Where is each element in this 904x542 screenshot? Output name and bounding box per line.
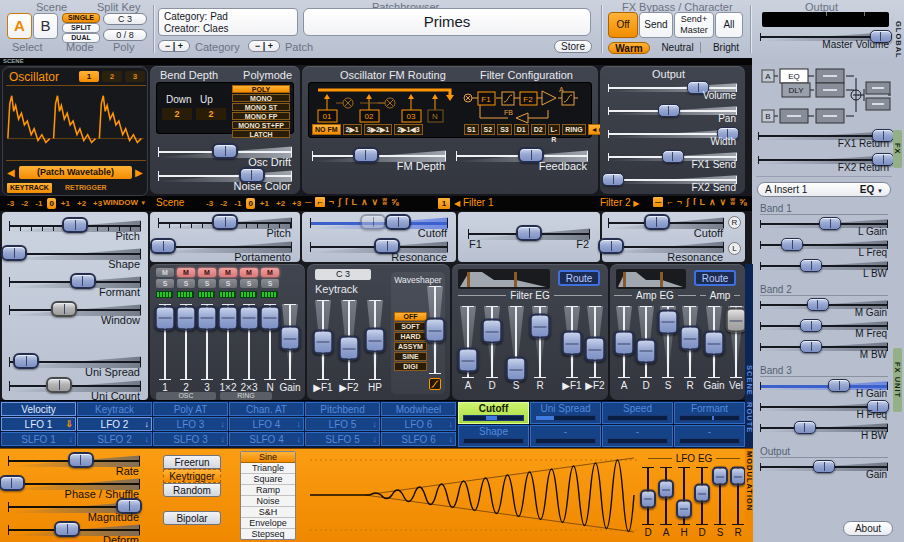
mute-noise-button[interactable]: M bbox=[261, 268, 279, 277]
mod-target-cutoff[interactable]: Cutoff bbox=[458, 402, 529, 424]
solo-osc2-button[interactable]: S bbox=[177, 279, 195, 288]
category-prev-next-buttons[interactable]: − | + bbox=[158, 40, 190, 52]
eq-output-gain-slider[interactable]: Gain bbox=[760, 459, 888, 479]
aeg-release-slider[interactable]: R bbox=[678, 306, 702, 378]
osc-tab-1[interactable]: 1 bbox=[79, 71, 99, 82]
filter1-type-icons[interactable]: ─⌐¬ʃſL∧∨ʬ⅝ bbox=[305, 197, 398, 207]
character-warm[interactable]: Warm bbox=[608, 42, 650, 54]
fx-bypass-all[interactable]: All bbox=[715, 12, 743, 38]
fcfg-s1-button[interactable]: S1 bbox=[464, 124, 479, 135]
mod-source-lfo3[interactable]: LFO 3↓ bbox=[153, 417, 228, 431]
band1-lbw-slider[interactable]: L BW bbox=[760, 258, 888, 278]
fx2-send-slider[interactable]: FX2 Send bbox=[608, 172, 737, 192]
polymode-mono-st[interactable]: MONO ST bbox=[232, 103, 290, 111]
shape-slider[interactable]: Shape bbox=[9, 244, 141, 270]
mode-single-button[interactable]: SINGLE bbox=[62, 13, 100, 23]
osc-tab-3[interactable]: 3 bbox=[125, 71, 145, 82]
mod-target-empty[interactable]: - bbox=[602, 425, 673, 447]
osc-display-mode-dropdown[interactable]: WINDOW ▼ bbox=[103, 198, 146, 207]
mod-source-slfo5[interactable]: SLFO 5↓ bbox=[305, 432, 380, 446]
solo-ring12-button[interactable]: S bbox=[219, 279, 237, 288]
lfo-bipolar-button[interactable]: Bipolar bbox=[163, 511, 221, 525]
band3-hgain-slider[interactable]: H Gain bbox=[760, 378, 888, 398]
fx-slot-selector[interactable]: A Insert 1EQ ▼ bbox=[757, 182, 891, 197]
fx-routing-diagram[interactable]: A EQ DLY B bbox=[760, 64, 892, 126]
master-volume-slider[interactable]: Master Volume bbox=[760, 29, 890, 49]
uni-count-slider[interactable]: Uni Count bbox=[9, 376, 141, 402]
lfo-shape-sh[interactable]: S&H bbox=[241, 507, 295, 518]
lfo-shape-ramp[interactable]: Ramp bbox=[241, 485, 295, 496]
mod-target-empty[interactable]: - bbox=[530, 425, 601, 447]
patch-name-field[interactable]: Primes bbox=[303, 8, 591, 36]
mod-source-lfo4[interactable]: LFO 4↓ bbox=[229, 417, 304, 431]
fm-depth-slider[interactable]: FM Depth bbox=[312, 146, 446, 172]
band1-lgain-slider[interactable]: L Gain bbox=[760, 216, 888, 236]
mute-osc3-button[interactable]: M bbox=[198, 268, 216, 277]
bend-down-value[interactable]: 2 bbox=[162, 108, 192, 120]
lfo-shape-triangle[interactable]: Triangle bbox=[241, 463, 295, 474]
filter-eg-route-button[interactable]: Route bbox=[558, 270, 600, 286]
mod-source-lfo2[interactable]: LFO 2↓ bbox=[77, 417, 152, 431]
solo-noise-button[interactable]: S bbox=[261, 279, 279, 288]
feg-release-slider[interactable]: R bbox=[528, 306, 552, 378]
feg-decay-slider[interactable]: D bbox=[480, 306, 504, 378]
filter-config-diagram[interactable]: F1 F2 A FB bbox=[460, 84, 588, 124]
solo-osc3-button[interactable]: S bbox=[198, 279, 216, 288]
fx2-return-slider[interactable]: FX2 Return bbox=[758, 152, 890, 172]
mod-source-slfo1[interactable]: SLFO 1↓ bbox=[1, 432, 76, 446]
lfo-keytrigger-button[interactable]: Keytrigger bbox=[163, 469, 221, 483]
fm-nofm-button[interactable]: NO FM bbox=[312, 124, 341, 135]
filter1-label[interactable]: ◀ Filter 1 bbox=[454, 197, 494, 208]
band3-hbw-slider[interactable]: H BW bbox=[760, 420, 888, 440]
uni-spread-slider[interactable]: Uni Spread bbox=[9, 352, 141, 378]
mod-source-lfo5[interactable]: LFO 5↓ bbox=[305, 417, 380, 431]
lfo-shape-stepseq[interactable]: Stepseq bbox=[241, 529, 295, 540]
fm-routing-diagram[interactable]: 01 02 03 N bbox=[312, 84, 462, 124]
volume-slider[interactable]: Volume bbox=[608, 80, 737, 100]
patch-meta-box[interactable]: Category: Pad Creator: Claes bbox=[158, 8, 298, 36]
osc-tab-2[interactable]: 2 bbox=[102, 71, 122, 82]
filter-balance-slider[interactable]: F1F2 bbox=[468, 224, 590, 250]
polymode-mono-stfp[interactable]: MONO ST+FP bbox=[232, 121, 290, 129]
fx1-return-slider[interactable]: FX1 Return bbox=[758, 128, 890, 148]
polymode-latch[interactable]: LATCH bbox=[232, 130, 290, 138]
pitch-slider[interactable]: Pitch bbox=[9, 216, 141, 242]
fx-bypass-send-master[interactable]: Send+ Master bbox=[674, 12, 714, 38]
scene-octave-selector[interactable]: -3-2-10+1+2+3 bbox=[204, 198, 303, 209]
mixer-gain[interactable]: Gain bbox=[278, 304, 302, 380]
filter1-cutoff-slider[interactable]: Cutoff bbox=[310, 213, 448, 239]
mod-source-modwheel[interactable]: Modwheel bbox=[381, 402, 456, 416]
fx1-send-slider[interactable]: FX1 Send bbox=[608, 149, 737, 169]
mod-source-slfo6[interactable]: SLFO 6↓ bbox=[381, 432, 456, 446]
character-bright[interactable]: Bright bbox=[706, 42, 746, 53]
filter2-link-r-button[interactable]: R bbox=[728, 216, 741, 229]
keytrack-toggle[interactable]: KEYTRACK bbox=[7, 183, 52, 193]
waveshaper-curve-icon[interactable] bbox=[429, 378, 441, 390]
noise-color-slider[interactable]: Noise Color bbox=[158, 166, 292, 192]
mod-target-formant[interactable]: Formant bbox=[674, 402, 745, 424]
polymode-mono-fp[interactable]: MONO FP bbox=[232, 112, 290, 120]
pan-slider[interactable]: Pan bbox=[608, 103, 737, 123]
wavetable-prev-icon[interactable]: ◀ bbox=[7, 167, 15, 178]
formant-slider[interactable]: Formant bbox=[9, 272, 141, 298]
keytrack-f2-slider[interactable]: ▶F2 bbox=[337, 300, 361, 380]
amp-eg-route-button[interactable]: Route bbox=[694, 270, 736, 286]
aeg-sustain-slider[interactable]: S bbox=[656, 306, 680, 378]
lfo-deform-slider[interactable]: Deform bbox=[8, 520, 140, 542]
mod-target-unispread[interactable]: Uni Spread bbox=[530, 402, 601, 424]
mod-source-lfo1[interactable]: LFO 1⇩ bbox=[1, 417, 76, 431]
fcfg-lr-button[interactable]: L-R bbox=[548, 124, 561, 135]
filter2-type-icons[interactable]: ─⌐¬ʃſL∧∨ʬ⅝ bbox=[653, 197, 746, 207]
oscillator-waveform-display[interactable] bbox=[6, 85, 146, 161]
about-button[interactable]: About bbox=[843, 521, 893, 536]
band2-mfreq-slider[interactable]: M Freq bbox=[760, 318, 888, 338]
mod-source-polyat[interactable]: Poly AT bbox=[153, 402, 228, 416]
band2-mbw-slider[interactable]: M BW bbox=[760, 339, 888, 359]
fm-2to1from3-button[interactable]: 2▶1◀3 bbox=[394, 124, 422, 135]
portamento-slider[interactable]: Portamento bbox=[158, 237, 292, 263]
waveshaper-drive-slider[interactable] bbox=[423, 286, 447, 374]
mod-source-slfo3[interactable]: SLFO 3↓ bbox=[153, 432, 228, 446]
lfo-shape-square[interactable]: Square bbox=[241, 474, 295, 485]
bend-up-value[interactable]: 2 bbox=[196, 108, 226, 120]
scene-a-button[interactable]: A bbox=[7, 13, 32, 39]
